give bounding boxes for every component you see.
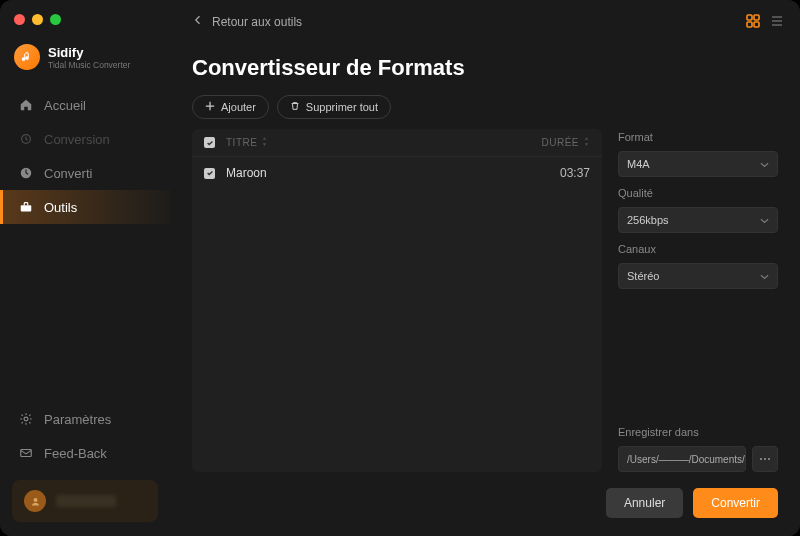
delete-all-button-label: Supprimer tout [306, 101, 378, 113]
top-right-controls [744, 12, 786, 30]
format-label: Format [618, 131, 778, 143]
channels-value: Stéréo [627, 270, 659, 282]
toolbox-icon [18, 199, 34, 215]
column-duration-label: DURÉE [541, 137, 579, 148]
add-button[interactable]: Ajouter [192, 95, 269, 119]
svg-rect-2 [747, 22, 752, 27]
column-duration[interactable]: DURÉE [520, 137, 590, 148]
sidebar-item-settings[interactable]: Paramètres [0, 402, 170, 436]
channels-select[interactable]: Stéréo [618, 263, 778, 289]
plus-icon [205, 101, 215, 113]
clock-icon [18, 165, 34, 181]
chevron-down-icon [760, 270, 769, 282]
row-duration: 03:37 [520, 166, 590, 180]
hamburger-menu-icon[interactable] [768, 12, 786, 30]
svg-point-10 [24, 417, 28, 421]
column-title-label: TITRE [226, 137, 257, 148]
chevron-down-icon [760, 158, 769, 170]
arrow-left-icon [192, 14, 204, 29]
app-subtitle: Tidal Music Converter [48, 60, 130, 70]
user-name-redacted [56, 495, 116, 507]
minimize-window-button[interactable] [32, 14, 43, 25]
sidebar-item-home[interactable]: Accueil [0, 88, 170, 122]
app-name: Sidify [48, 45, 130, 60]
sidebar: Sidify Tidal Music Converter Accueil Con… [0, 0, 170, 536]
gear-icon [18, 411, 34, 427]
quality-select[interactable]: 256kbps [618, 207, 778, 233]
row-checkbox[interactable] [204, 166, 226, 180]
save-path-field[interactable]: /Users/———/Documents/ [618, 446, 746, 472]
sort-icon [261, 137, 268, 148]
sidebar-item-label: Paramètres [44, 412, 111, 427]
content-grid: TITRE DURÉE Maroon 03:37 [192, 129, 778, 472]
sidebar-item-label: Conversion [44, 132, 110, 147]
grid-view-icon[interactable] [744, 12, 762, 30]
select-all-checkbox[interactable] [204, 137, 226, 148]
svg-rect-1 [754, 15, 759, 20]
window-controls [14, 14, 61, 25]
conversion-icon [18, 131, 34, 147]
save-path-value: /Users/———/Documents/ [627, 454, 745, 465]
page-title: Convertisseur de Formats [192, 55, 778, 81]
add-button-label: Ajouter [221, 101, 256, 113]
back-link-label: Retour aux outils [212, 15, 302, 29]
channels-label: Canaux [618, 243, 778, 255]
table-header: TITRE DURÉE [192, 129, 602, 157]
save-label: Enregistrer dans [618, 426, 778, 438]
app-logo-icon [14, 44, 40, 70]
sidebar-item-converted[interactable]: Converti [0, 156, 170, 190]
svg-rect-3 [754, 22, 759, 27]
column-title[interactable]: TITRE [226, 137, 520, 148]
toolbar: Ajouter Supprimer tout [192, 95, 778, 119]
user-chip[interactable] [12, 480, 158, 522]
sidebar-item-label: Converti [44, 166, 92, 181]
table-row[interactable]: Maroon 03:37 [192, 157, 602, 189]
main-panel: Retour aux outils Convertisseur de Forma… [170, 0, 800, 536]
svg-point-12 [33, 497, 37, 501]
sidebar-item-conversion[interactable]: Conversion [0, 122, 170, 156]
format-select[interactable]: M4A [618, 151, 778, 177]
sort-icon [583, 137, 590, 148]
quality-value: 256kbps [627, 214, 669, 226]
avatar-icon [24, 490, 46, 512]
sidebar-item-label: Outils [44, 200, 77, 215]
home-icon [18, 97, 34, 113]
format-value: M4A [627, 158, 650, 170]
svg-rect-9 [21, 205, 32, 211]
sidebar-item-label: Feed-Back [44, 446, 107, 461]
mail-icon [18, 445, 34, 461]
delete-all-button[interactable]: Supprimer tout [277, 95, 391, 119]
options-panel: Format M4A Qualité 256kbps Canaux Stéréo… [618, 129, 778, 472]
primary-nav: Accueil Conversion Converti Outils [0, 88, 170, 224]
file-table: TITRE DURÉE Maroon 03:37 [192, 129, 602, 472]
svg-rect-0 [747, 15, 752, 20]
cancel-button[interactable]: Annuler [606, 488, 683, 518]
sidebar-item-tools[interactable]: Outils [0, 190, 170, 224]
convert-button[interactable]: Convertir [693, 488, 778, 518]
browse-path-button[interactable]: ⋯ [752, 446, 778, 472]
app-logo-block: Sidify Tidal Music Converter [0, 44, 170, 88]
chevron-down-icon [760, 214, 769, 226]
back-link[interactable]: Retour aux outils [192, 14, 778, 29]
sidebar-item-label: Accueil [44, 98, 86, 113]
dots-icon: ⋯ [759, 452, 771, 466]
sidebar-bottom: Paramètres Feed-Back [0, 402, 170, 536]
close-window-button[interactable] [14, 14, 25, 25]
trash-icon [290, 101, 300, 113]
sidebar-item-feedback[interactable]: Feed-Back [0, 436, 170, 470]
row-title: Maroon [226, 166, 520, 180]
maximize-window-button[interactable] [50, 14, 61, 25]
svg-rect-11 [21, 450, 32, 457]
app-window: Sidify Tidal Music Converter Accueil Con… [0, 0, 800, 536]
footer-actions: Annuler Convertir [192, 488, 778, 518]
quality-label: Qualité [618, 187, 778, 199]
